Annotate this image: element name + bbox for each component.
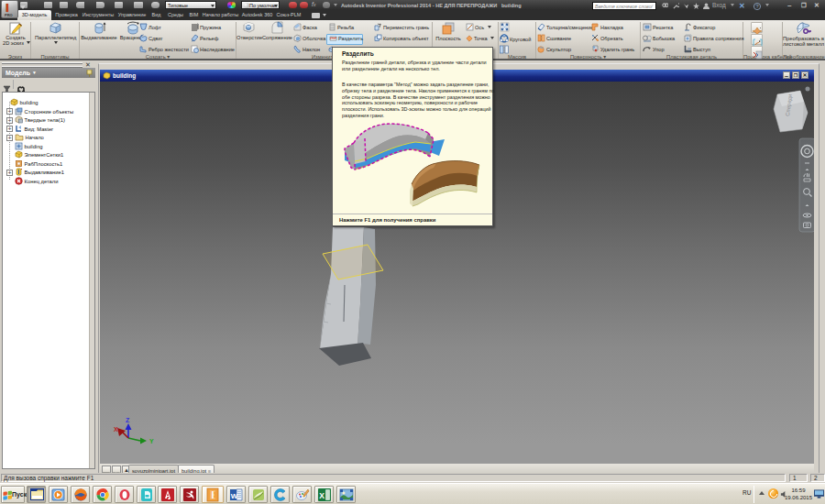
- svg-text:I: I: [211, 489, 214, 500]
- svg-text:X: X: [114, 426, 118, 433]
- svg-text:Y: Y: [149, 438, 154, 444]
- svg-text:Z: Z: [126, 417, 130, 423]
- svg-text:?: ?: [755, 4, 758, 9]
- svg-text:X: X: [319, 491, 324, 500]
- svg-text:W: W: [231, 492, 238, 500]
